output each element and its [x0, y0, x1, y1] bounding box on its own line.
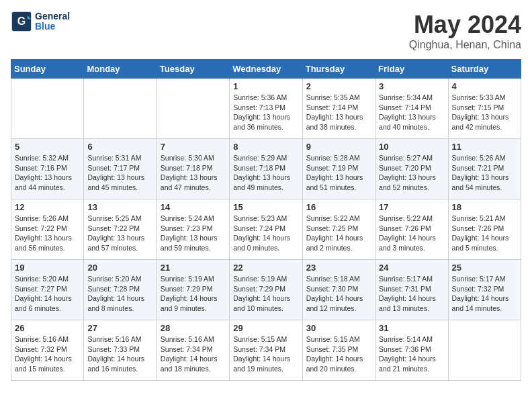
day-info: Daylight: 14 hours and 3 minutes. — [379, 233, 444, 253]
day-number: 21 — [161, 263, 226, 273]
day-info: Sunrise: 5:15 AM — [306, 334, 371, 345]
day-info: Sunrise: 5:26 AM — [452, 153, 517, 163]
day-info: Sunset: 7:29 PM — [233, 284, 298, 294]
calendar-cell — [11, 79, 84, 139]
day-info: Sunrise: 5:30 AM — [161, 153, 226, 163]
day-info: Daylight: 13 hours and 51 minutes. — [306, 173, 371, 192]
day-info: Daylight: 14 hours and 12 minutes. — [306, 293, 371, 313]
day-info: Daylight: 13 hours and 42 minutes. — [452, 112, 517, 132]
calendar-cell: 2Sunrise: 5:35 AMSunset: 7:14 PMDaylight… — [302, 79, 375, 139]
day-info: Sunset: 7:19 PM — [306, 163, 371, 173]
day-info: Sunset: 7:22 PM — [15, 224, 80, 234]
logo-text: General Blue — [35, 11, 70, 32]
weekday-header-monday: Monday — [84, 60, 157, 79]
day-info: Sunset: 7:14 PM — [379, 103, 444, 113]
day-info: Sunrise: 5:14 AM — [379, 334, 444, 345]
calendar-week-row: 12Sunrise: 5:26 AMSunset: 7:22 PMDayligh… — [11, 199, 521, 260]
weekday-header-wednesday: Wednesday — [230, 60, 302, 79]
day-info: Sunset: 7:24 PM — [233, 224, 298, 234]
day-info: Daylight: 14 hours and 19 minutes. — [233, 354, 298, 373]
calendar-cell: 1Sunrise: 5:36 AMSunset: 7:13 PMDaylight… — [230, 79, 302, 139]
svg-text:G: G — [17, 15, 26, 27]
calendar-cell: 29Sunrise: 5:15 AMSunset: 7:34 PMDayligh… — [230, 320, 302, 381]
calendar-cell: 18Sunrise: 5:21 AMSunset: 7:26 PMDayligh… — [448, 199, 521, 260]
day-info: Sunset: 7:22 PM — [87, 224, 152, 234]
calendar-cell: 10Sunrise: 5:27 AMSunset: 7:20 PMDayligh… — [375, 139, 448, 199]
day-info: Daylight: 14 hours and 20 minutes. — [306, 354, 371, 373]
day-info: Sunrise: 5:36 AM — [233, 93, 298, 103]
day-number: 19 — [15, 263, 80, 273]
calendar-week-row: 1Sunrise: 5:36 AMSunset: 7:13 PMDaylight… — [11, 79, 521, 139]
day-info: Daylight: 14 hours and 18 minutes. — [161, 354, 226, 373]
day-info: Sunrise: 5:22 AM — [306, 214, 371, 224]
day-info: Sunset: 7:27 PM — [15, 284, 80, 294]
calendar-cell: 5Sunrise: 5:32 AMSunset: 7:16 PMDaylight… — [11, 139, 84, 199]
day-info: Daylight: 14 hours and 5 minutes. — [452, 233, 517, 253]
day-number: 12 — [15, 202, 80, 212]
day-info: Sunrise: 5:19 AM — [161, 274, 226, 284]
day-info: Sunset: 7:26 PM — [452, 224, 517, 234]
calendar-cell: 25Sunrise: 5:17 AMSunset: 7:32 PMDayligh… — [448, 260, 521, 320]
calendar-cell: 12Sunrise: 5:26 AMSunset: 7:22 PMDayligh… — [11, 199, 84, 260]
day-info: Daylight: 14 hours and 13 minutes. — [379, 293, 444, 313]
day-number: 18 — [452, 202, 517, 212]
calendar-cell: 24Sunrise: 5:17 AMSunset: 7:31 PMDayligh… — [375, 260, 448, 320]
day-number: 15 — [233, 202, 298, 212]
day-info: Sunset: 7:23 PM — [161, 224, 226, 234]
day-info: Sunset: 7:17 PM — [87, 163, 152, 173]
calendar-table: SundayMondayTuesdayWednesdayThursdayFrid… — [11, 59, 521, 381]
day-number: 25 — [452, 263, 517, 273]
day-info: Daylight: 14 hours and 8 minutes. — [87, 293, 152, 313]
title-block: May 2024 Qinghua, Henan, China — [409, 11, 521, 51]
day-info: Daylight: 14 hours and 21 minutes. — [379, 354, 444, 373]
day-info: Sunset: 7:31 PM — [379, 284, 444, 294]
weekday-header-friday: Friday — [375, 60, 448, 79]
day-number: 28 — [161, 323, 226, 333]
day-info: Sunrise: 5:23 AM — [233, 214, 298, 224]
day-info: Sunrise: 5:19 AM — [233, 274, 298, 284]
day-number: 2 — [306, 81, 371, 91]
day-info: Sunrise: 5:16 AM — [15, 334, 80, 345]
calendar-cell: 28Sunrise: 5:16 AMSunset: 7:34 PMDayligh… — [157, 320, 229, 381]
calendar-cell: 31Sunrise: 5:14 AMSunset: 7:36 PMDayligh… — [375, 320, 448, 381]
day-info: Sunset: 7:36 PM — [379, 345, 444, 355]
logo-line1: General — [35, 11, 70, 21]
day-info: Sunset: 7:34 PM — [161, 345, 226, 355]
logo-icon: G — [11, 11, 32, 32]
calendar-cell — [157, 79, 229, 139]
location: Qinghua, Henan, China — [409, 39, 521, 51]
day-info: Sunset: 7:32 PM — [15, 345, 80, 355]
day-info: Sunset: 7:33 PM — [87, 345, 152, 355]
calendar-cell — [448, 320, 521, 381]
logo: G General Blue — [11, 11, 70, 32]
day-info: Sunrise: 5:25 AM — [87, 214, 152, 224]
calendar-cell: 23Sunrise: 5:18 AMSunset: 7:30 PMDayligh… — [302, 260, 375, 320]
day-info: Sunset: 7:18 PM — [161, 163, 226, 173]
day-number: 9 — [306, 142, 371, 152]
day-info: Sunset: 7:16 PM — [15, 163, 80, 173]
day-number: 22 — [233, 263, 298, 273]
calendar-cell: 30Sunrise: 5:15 AMSunset: 7:35 PMDayligh… — [302, 320, 375, 381]
calendar-week-row: 26Sunrise: 5:16 AMSunset: 7:32 PMDayligh… — [11, 320, 521, 381]
day-info: Sunrise: 5:34 AM — [379, 93, 444, 103]
day-info: Sunset: 7:20 PM — [379, 163, 444, 173]
day-number: 17 — [379, 202, 444, 212]
day-number: 23 — [306, 263, 371, 273]
day-info: Daylight: 14 hours and 0 minutes. — [233, 233, 298, 253]
day-info: Sunset: 7:13 PM — [233, 103, 298, 113]
calendar-cell: 8Sunrise: 5:29 AMSunset: 7:18 PMDaylight… — [230, 139, 302, 199]
day-number: 13 — [87, 202, 152, 212]
calendar-cell: 16Sunrise: 5:22 AMSunset: 7:25 PMDayligh… — [302, 199, 375, 260]
day-info: Daylight: 14 hours and 9 minutes. — [161, 293, 226, 313]
day-info: Daylight: 14 hours and 16 minutes. — [87, 354, 152, 373]
calendar-week-row: 5Sunrise: 5:32 AMSunset: 7:16 PMDaylight… — [11, 139, 521, 199]
day-info: Sunrise: 5:22 AM — [379, 214, 444, 224]
day-number: 10 — [379, 142, 444, 152]
calendar-cell: 11Sunrise: 5:26 AMSunset: 7:21 PMDayligh… — [448, 139, 521, 199]
day-info: Sunrise: 5:21 AM — [452, 214, 517, 224]
calendar-cell: 26Sunrise: 5:16 AMSunset: 7:32 PMDayligh… — [11, 320, 84, 381]
day-info: Sunset: 7:25 PM — [306, 224, 371, 234]
calendar-cell: 7Sunrise: 5:30 AMSunset: 7:18 PMDaylight… — [157, 139, 229, 199]
day-info: Sunrise: 5:15 AM — [233, 334, 298, 345]
day-info: Sunset: 7:15 PM — [452, 103, 517, 113]
